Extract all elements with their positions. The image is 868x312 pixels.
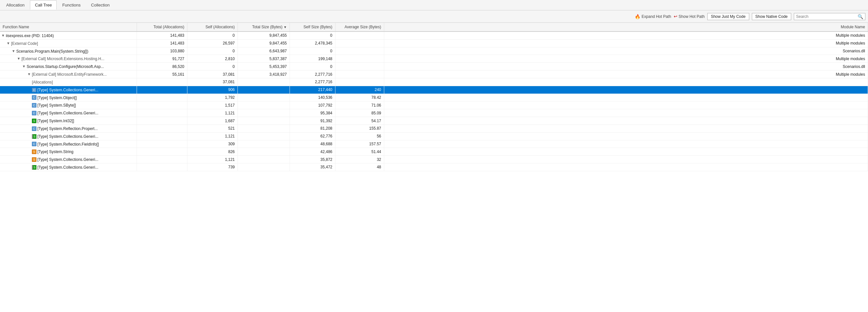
col-header-self-size[interactable]: Self Size (Bytes) [289, 23, 335, 32]
cell-avg-size [335, 55, 384, 63]
search-icon[interactable]: 🔍 [858, 14, 863, 19]
cell-self-size: 35,872 [289, 156, 335, 164]
table-row[interactable]: ▼Scenarios.Program.Main(System.String[])… [0, 47, 868, 55]
tree-toggle[interactable]: ▼ [22, 64, 27, 68]
cell-self-size: 62,776 [289, 132, 335, 140]
table-row[interactable]: S[Type] System.Collections.Generi...1,12… [0, 156, 868, 164]
show-just-my-code-button[interactable]: Show Just My Code [707, 13, 749, 20]
search-input[interactable] [796, 14, 858, 19]
cell-module [384, 109, 868, 117]
cell-total-size: 3,418,927 [238, 71, 289, 78]
cell-module [384, 125, 868, 132]
tab-call-tree[interactable]: Call Tree [30, 0, 57, 10]
cell-self-alloc: 1,687 [187, 117, 238, 125]
cell-total-size [238, 94, 289, 101]
show-native-code-button[interactable]: Show Native Code [752, 13, 791, 20]
col-header-avg-size[interactable]: Average Size (Bytes) [335, 23, 384, 32]
tree-toggle[interactable]: ▼ [6, 41, 11, 45]
tree-toggle[interactable]: ▼ [12, 49, 16, 53]
row-label: iisexpress.exe (PID: 11404) [6, 33, 54, 38]
row-label: [Type] System.Collections.Generi... [37, 88, 98, 92]
cell-self-size: 107,792 [289, 101, 335, 109]
col-header-total-size[interactable]: Total Size (Bytes) ▼ [238, 23, 289, 32]
class-icon: C [32, 95, 36, 100]
cell-function: C[Type] System.Reflection.FieldInfo[] [0, 140, 137, 148]
cell-total-size [238, 156, 289, 164]
cell-self-size: 48,688 [289, 140, 335, 148]
row-label: [External Code] [11, 41, 38, 46]
row-label: Scenarios.Startup.Configure(Microsoft.As… [27, 64, 104, 69]
col-header-module[interactable]: Module Name [384, 23, 868, 32]
table-row[interactable]: ▼[External Call] Microsoft.Extensions.Ho… [0, 55, 868, 63]
cell-avg-size: 71.06 [335, 101, 384, 109]
cell-self-alloc: 1,121 [187, 109, 238, 117]
cell-function: C[Type] System.Object[] [0, 94, 137, 101]
cell-function: [Allocations] [0, 78, 137, 86]
cell-module [384, 78, 868, 86]
table-row[interactable]: C[Type] System.Collections.Generi...1,12… [0, 109, 868, 117]
cell-total-alloc: 55,161 [137, 71, 187, 78]
cell-total-size: 9,847,455 [238, 39, 289, 47]
cell-function: ▼Scenarios.Startup.Configure(Microsoft.A… [0, 63, 137, 71]
table-row[interactable]: C[Type] System.SByte[]1,517107,79271.06 [0, 101, 868, 109]
cell-module: Scenarios.dll [384, 63, 868, 71]
row-label: [Type] System.Reflection.FieldInfo[] [37, 142, 99, 146]
cell-total-alloc [137, 101, 187, 109]
cell-module [384, 94, 868, 101]
row-label: [Type] System.SByte[] [37, 103, 76, 108]
cell-self-size: 42,486 [289, 148, 335, 156]
cell-module: Multiple modules [384, 39, 868, 47]
table-row[interactable]: S[Type] System.Int32[]1,68791,39254.17 [0, 117, 868, 125]
tree-toggle[interactable]: ▼ [27, 72, 32, 76]
table-row[interactable]: C[Type] System.Object[]1,792140,53678.42 [0, 94, 868, 101]
tab-collection[interactable]: Collection [86, 0, 115, 10]
cell-self-alloc: 37,081 [187, 78, 238, 86]
class-icon: C [32, 103, 36, 108]
table-row[interactable]: ▼Scenarios.Startup.Configure(Microsoft.A… [0, 63, 868, 71]
cell-avg-size [335, 32, 384, 39]
cell-function: S[Type] System.Collections.Generi... [0, 156, 137, 164]
cell-total-size [238, 125, 289, 132]
table-row[interactable]: ▼iisexpress.exe (PID: 11404)141,48309,84… [0, 32, 868, 39]
cell-total-alloc [137, 86, 187, 94]
table-row[interactable]: [Allocations]37,0812,277,716 [0, 78, 868, 86]
table-row[interactable]: S[Type] System.Collections.Generi...1,12… [0, 132, 868, 140]
sort-arrow-icon: ▼ [284, 25, 287, 29]
tree-toggle[interactable]: ▼ [17, 57, 22, 61]
cell-avg-size: 157.57 [335, 140, 384, 148]
tab-allocation[interactable]: Allocation [1, 0, 29, 10]
show-hot-path-action[interactable]: ↩ Show Hot Path [674, 14, 705, 19]
row-label: [External Call] Microsoft.Extensions.Hos… [22, 57, 104, 61]
col-header-total-alloc[interactable]: Total (Allocations) [137, 23, 187, 32]
struct-icon: S [32, 134, 36, 139]
table-row[interactable]: ▼[External Code]141,48326,5979,847,4552,… [0, 39, 868, 47]
class-icon: C [32, 88, 36, 92]
table-row[interactable]: S[Type] System.String82642,48651.44 [0, 148, 868, 156]
row-label: [Type] System.Reflection.Propert... [37, 127, 98, 131]
cell-total-size [238, 86, 289, 94]
table-row[interactable]: S[Type] System.Collections.Generi...7393… [0, 164, 868, 171]
cell-self-alloc: 1,121 [187, 132, 238, 140]
col-function-label: Function Name [3, 25, 29, 29]
cell-self-size: 35,472 [289, 164, 335, 171]
col-header-function[interactable]: Function Name [0, 23, 137, 32]
table-row[interactable]: C[Type] System.Reflection.FieldInfo[]309… [0, 140, 868, 148]
table-row[interactable]: C[Type] System.Collections.Generi...9062… [0, 86, 868, 94]
app-container: Allocation Call Tree Functions Collectio… [0, 0, 868, 312]
cell-function: ▼Scenarios.Program.Main(System.String[]) [0, 47, 137, 55]
cell-avg-size: 54.17 [335, 117, 384, 125]
cell-total-size [238, 148, 289, 156]
tree-toggle[interactable]: ▼ [1, 33, 6, 37]
expand-hot-path-action[interactable]: 🔥 Expand Hot Path [635, 14, 671, 19]
cell-avg-size: 56 [335, 132, 384, 140]
cell-module: Multiple modules [384, 55, 868, 63]
cell-function: ▼iisexpress.exe (PID: 11404) [0, 32, 137, 39]
tab-functions[interactable]: Functions [57, 0, 85, 10]
row-label: [Type] System.Collections.Generi... [37, 165, 98, 170]
class-icon: C [32, 111, 36, 115]
table-row[interactable]: C[Type] System.Reflection.Propert...5218… [0, 125, 868, 132]
cell-total-size [238, 101, 289, 109]
class-icon: C [32, 127, 36, 131]
table-row[interactable]: ▼[External Call] Microsoft.EntityFramewo… [0, 71, 868, 78]
col-header-self-alloc[interactable]: Self (Allocations) [187, 23, 238, 32]
